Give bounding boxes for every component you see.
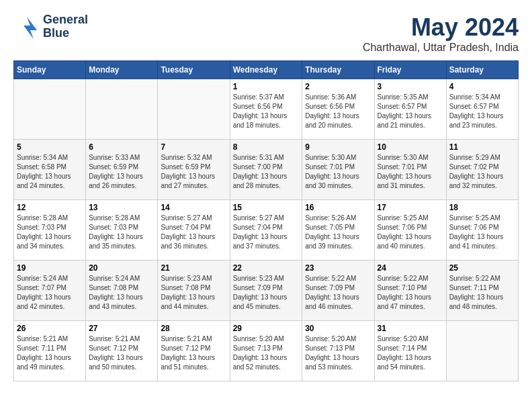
day-info: Sunrise: 5:20 AM Sunset: 7:13 PM Dayligh…: [233, 334, 300, 372]
calendar-cell: 12Sunrise: 5:28 AM Sunset: 7:03 PM Dayli…: [14, 200, 86, 261]
day-number: 28: [161, 324, 226, 333]
calendar-cell: 21Sunrise: 5:23 AM Sunset: 7:08 PM Dayli…: [158, 261, 230, 321]
page-header: General Blue May 2024 Charthawal, Uttar …: [13, 13, 519, 54]
day-info: Sunrise: 5:21 AM Sunset: 7:11 PM Dayligh…: [17, 334, 83, 372]
calendar-cell: 18Sunrise: 5:25 AM Sunset: 7:06 PM Dayli…: [446, 200, 518, 261]
calendar-cell: 26Sunrise: 5:21 AM Sunset: 7:11 PM Dayli…: [14, 321, 86, 381]
calendar-cell: 17Sunrise: 5:25 AM Sunset: 7:06 PM Dayli…: [374, 200, 446, 261]
logo-icon: [13, 13, 40, 40]
calendar-cell: 14Sunrise: 5:27 AM Sunset: 7:04 PM Dayli…: [158, 200, 230, 261]
calendar-cell: 7Sunrise: 5:32 AM Sunset: 6:59 PM Daylig…: [158, 140, 230, 200]
day-info: Sunrise: 5:22 AM Sunset: 7:10 PM Dayligh…: [378, 274, 443, 312]
day-number: 21: [161, 263, 226, 273]
weekday-header: Thursday: [302, 61, 374, 79]
calendar-cell: [158, 79, 230, 140]
day-info: Sunrise: 5:31 AM Sunset: 7:00 PM Dayligh…: [233, 153, 300, 191]
calendar-cell: 10Sunrise: 5:30 AM Sunset: 7:01 PM Dayli…: [374, 140, 446, 200]
calendar-cell: 22Sunrise: 5:23 AM Sunset: 7:09 PM Dayli…: [230, 261, 302, 321]
day-info: Sunrise: 5:22 AM Sunset: 7:11 PM Dayligh…: [449, 274, 515, 312]
day-number: 24: [378, 263, 443, 273]
day-number: 7: [161, 142, 226, 152]
calendar-cell: 29Sunrise: 5:20 AM Sunset: 7:13 PM Dayli…: [230, 321, 302, 381]
weekday-header: Monday: [86, 61, 158, 79]
calendar-cell: 15Sunrise: 5:27 AM Sunset: 7:04 PM Dayli…: [230, 200, 302, 261]
day-info: Sunrise: 5:22 AM Sunset: 7:09 PM Dayligh…: [305, 274, 371, 312]
day-number: 5: [17, 142, 83, 152]
calendar-cell: 5Sunrise: 5:34 AM Sunset: 6:58 PM Daylig…: [14, 140, 86, 200]
day-number: 31: [378, 324, 443, 333]
day-number: 13: [89, 203, 154, 212]
calendar-table: SundayMondayTuesdayWednesdayThursdayFrid…: [13, 60, 519, 381]
day-info: Sunrise: 5:34 AM Sunset: 6:57 PM Dayligh…: [449, 93, 515, 130]
day-number: 18: [449, 203, 515, 212]
calendar-header: SundayMondayTuesdayWednesdayThursdayFrid…: [14, 61, 519, 79]
day-number: 12: [17, 203, 83, 212]
day-number: 20: [89, 263, 154, 273]
day-info: Sunrise: 5:21 AM Sunset: 7:12 PM Dayligh…: [89, 334, 154, 372]
day-number: 1: [233, 82, 300, 91]
day-number: 27: [89, 324, 154, 333]
day-info: Sunrise: 5:28 AM Sunset: 7:03 PM Dayligh…: [17, 214, 83, 251]
day-number: 23: [305, 263, 371, 273]
day-info: Sunrise: 5:21 AM Sunset: 7:12 PM Dayligh…: [161, 334, 226, 372]
calendar-cell: 28Sunrise: 5:21 AM Sunset: 7:12 PM Dayli…: [158, 321, 230, 381]
weekday-row: SundayMondayTuesdayWednesdayThursdayFrid…: [14, 61, 519, 79]
logo-line2: Blue: [43, 27, 88, 40]
day-number: 25: [449, 263, 515, 273]
calendar-cell: 4Sunrise: 5:34 AM Sunset: 6:57 PM Daylig…: [446, 79, 518, 140]
calendar-cell: 16Sunrise: 5:26 AM Sunset: 7:05 PM Dayli…: [302, 200, 374, 261]
day-info: Sunrise: 5:20 AM Sunset: 7:14 PM Dayligh…: [378, 334, 443, 372]
logo: General Blue: [13, 13, 88, 40]
calendar-cell: 1Sunrise: 5:37 AM Sunset: 6:56 PM Daylig…: [230, 79, 302, 140]
day-info: Sunrise: 5:30 AM Sunset: 7:01 PM Dayligh…: [305, 153, 371, 191]
day-info: Sunrise: 5:33 AM Sunset: 6:59 PM Dayligh…: [89, 153, 154, 191]
weekday-header: Sunday: [14, 61, 86, 79]
day-number: 19: [17, 263, 83, 273]
calendar-cell: 30Sunrise: 5:20 AM Sunset: 7:13 PM Dayli…: [302, 321, 374, 381]
day-info: Sunrise: 5:30 AM Sunset: 7:01 PM Dayligh…: [378, 153, 443, 191]
subtitle: Charthawal, Uttar Pradesh, India: [363, 42, 519, 54]
weekday-header: Wednesday: [230, 61, 302, 79]
logo-line1: General: [43, 13, 88, 27]
day-info: Sunrise: 5:34 AM Sunset: 6:58 PM Dayligh…: [17, 153, 83, 191]
day-number: 10: [378, 142, 443, 152]
day-info: Sunrise: 5:20 AM Sunset: 7:13 PM Dayligh…: [305, 334, 371, 372]
day-info: Sunrise: 5:35 AM Sunset: 6:57 PM Dayligh…: [378, 93, 443, 130]
day-info: Sunrise: 5:27 AM Sunset: 7:04 PM Dayligh…: [161, 214, 226, 251]
day-info: Sunrise: 5:36 AM Sunset: 6:56 PM Dayligh…: [305, 93, 371, 130]
day-number: 2: [305, 82, 371, 91]
day-info: Sunrise: 5:24 AM Sunset: 7:07 PM Dayligh…: [17, 274, 83, 312]
title-section: May 2024 Charthawal, Uttar Pradesh, Indi…: [363, 13, 519, 54]
day-number: 26: [17, 324, 83, 333]
weekday-header: Tuesday: [158, 61, 230, 79]
day-info: Sunrise: 5:27 AM Sunset: 7:04 PM Dayligh…: [233, 214, 300, 251]
calendar-cell: 13Sunrise: 5:28 AM Sunset: 7:03 PM Dayli…: [86, 200, 158, 261]
day-number: 16: [305, 203, 371, 212]
day-info: Sunrise: 5:24 AM Sunset: 7:08 PM Dayligh…: [89, 274, 154, 312]
day-number: 17: [378, 203, 443, 212]
day-info: Sunrise: 5:23 AM Sunset: 7:09 PM Dayligh…: [233, 274, 300, 312]
logo-text: General Blue: [43, 13, 88, 40]
day-info: Sunrise: 5:29 AM Sunset: 7:02 PM Dayligh…: [449, 153, 515, 191]
day-number: 6: [89, 142, 154, 152]
calendar-cell: 25Sunrise: 5:22 AM Sunset: 7:11 PM Dayli…: [446, 261, 518, 321]
calendar-cell: 2Sunrise: 5:36 AM Sunset: 6:56 PM Daylig…: [302, 79, 374, 140]
calendar-week-row: 5Sunrise: 5:34 AM Sunset: 6:58 PM Daylig…: [14, 140, 519, 200]
weekday-header: Friday: [374, 61, 446, 79]
day-number: 15: [233, 203, 300, 212]
calendar-cell: [86, 79, 158, 140]
weekday-header: Saturday: [446, 61, 518, 79]
day-info: Sunrise: 5:26 AM Sunset: 7:05 PM Dayligh…: [305, 214, 371, 251]
calendar-cell: 3Sunrise: 5:35 AM Sunset: 6:57 PM Daylig…: [374, 79, 446, 140]
day-number: 30: [305, 324, 371, 333]
day-info: Sunrise: 5:32 AM Sunset: 6:59 PM Dayligh…: [161, 153, 226, 191]
calendar-week-row: 26Sunrise: 5:21 AM Sunset: 7:11 PM Dayli…: [14, 321, 519, 381]
day-number: 14: [161, 203, 226, 212]
day-info: Sunrise: 5:37 AM Sunset: 6:56 PM Dayligh…: [233, 93, 300, 130]
calendar-week-row: 12Sunrise: 5:28 AM Sunset: 7:03 PM Dayli…: [14, 200, 519, 261]
day-number: 9: [305, 142, 371, 152]
calendar-cell: 8Sunrise: 5:31 AM Sunset: 7:00 PM Daylig…: [230, 140, 302, 200]
calendar-week-row: 19Sunrise: 5:24 AM Sunset: 7:07 PM Dayli…: [14, 261, 519, 321]
calendar-cell: 31Sunrise: 5:20 AM Sunset: 7:14 PM Dayli…: [374, 321, 446, 381]
calendar-cell: 9Sunrise: 5:30 AM Sunset: 7:01 PM Daylig…: [302, 140, 374, 200]
